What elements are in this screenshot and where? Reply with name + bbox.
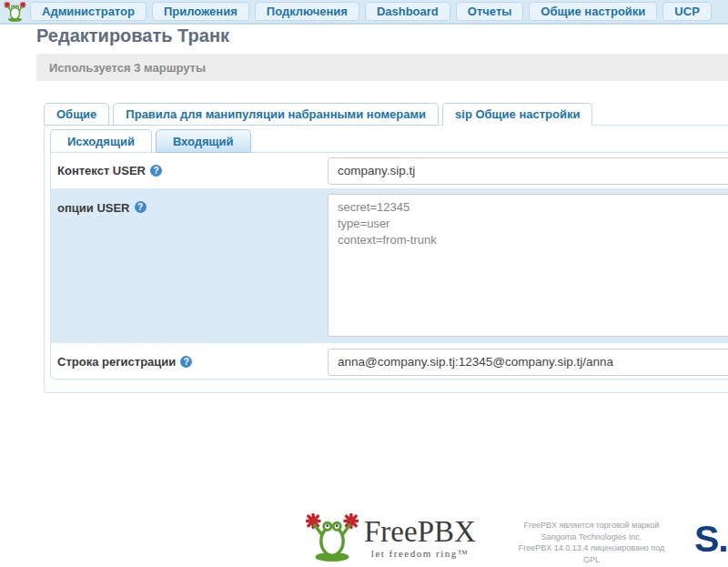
register-string-row: Строка регистрации ? [51,343,728,380]
help-icon[interactable]: ? [180,356,192,368]
register-string-label-cell: Строка регистрации ? [57,355,328,369]
user-options-value-cell: secret=12345 type=user context=from-trun… [328,188,728,340]
legal-line: Sangoma Technologies Inc. [517,532,666,543]
user-options-row: опции USER ? secret=12345 type=user cont… [51,188,728,343]
nav-item-reports[interactable]: Отчеты [456,2,524,21]
user-options-label-cell: опции USER ? [57,188,328,215]
notice-text: Используется 3 маршруты [49,61,206,75]
freepbx-brand-block: FreePBX let freedom ring™ [364,513,476,562]
user-context-label: Контекст USER [57,164,146,177]
register-string-value-cell [328,349,728,376]
top-navbar: Администратор Приложения Подключения Das… [0,0,728,25]
freepbx-footer-logo: FreePBX let freedom ring™ [306,513,476,562]
trunk-tabs: Общие Правила для манипуляции набранными… [44,103,592,126]
tab-dialed-number-manipulation-rules[interactable]: Правила для манипуляции набранными номер… [113,103,439,126]
page-title: Редактировать Транк [36,25,229,46]
nav-item-applications[interactable]: Приложения [152,2,249,21]
register-string-label: Строка регистрации [57,355,176,369]
freepbx-tagline: let freedom ring™ [371,548,469,559]
freepbx-brand-name: FreePBX [364,516,476,547]
help-icon[interactable]: ? [150,165,162,177]
nav-item-dashboard[interactable]: Dashboard [365,2,450,21]
legal-line: FreePBX является торговой маркой [517,520,666,532]
user-context-value-cell [328,157,728,185]
user-context-input[interactable] [328,157,728,185]
freepbx-frog-icon [306,513,359,562]
routes-in-use-notice: Используется 3 маршруты [36,54,728,81]
subtab-outgoing[interactable]: Исходящий [50,129,152,153]
tab-sip-settings[interactable]: sip Общие настройки [442,103,592,126]
footer-legal-text: FreePBX является торговой маркой Sangoma… [517,520,666,567]
user-options-textarea[interactable]: secret=12345 type=user context=from-trun… [328,194,728,337]
register-string-input[interactable] [328,349,728,376]
nav-item-admin[interactable]: Администратор [30,2,147,21]
legal-line: FreePBX 14.0.13.4 лицензировано под GPL [517,542,666,565]
sangoma-logo-partial: S. [694,519,728,559]
help-icon[interactable]: ? [135,201,147,213]
nav-item-settings[interactable]: Общие настройки [529,2,657,21]
user-options-label: опции USER [57,201,130,215]
tab-general[interactable]: Общие [44,103,109,126]
sip-direction-tabs: Исходящий Входящий [50,129,251,153]
incoming-settings-panel: Контекст USER ? опции USER ? secret=1234… [50,152,728,380]
freepbx-frog-logo-small[interactable] [3,2,27,22]
nav-item-ucp[interactable]: UCP [662,2,711,21]
subtab-incoming[interactable]: Входящий [156,129,251,153]
user-context-row: Контекст USER ? [51,153,728,188]
user-context-label-cell: Контекст USER ? [57,164,328,177]
nav-item-connectivity[interactable]: Подключения [255,2,359,21]
